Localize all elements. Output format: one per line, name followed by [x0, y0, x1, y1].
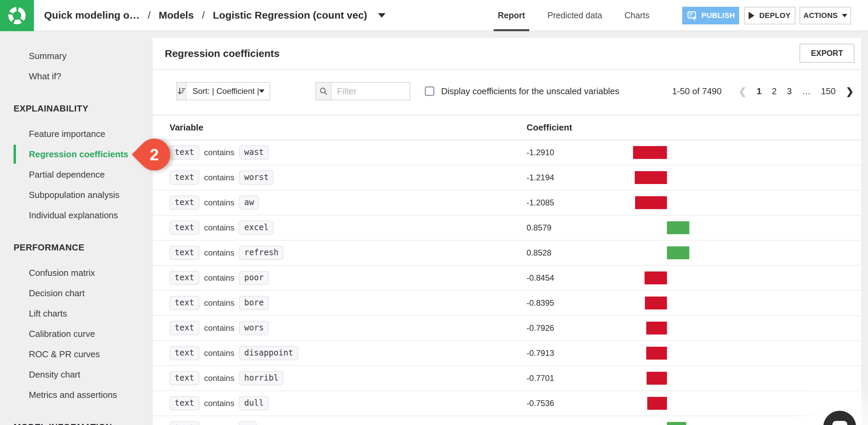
sidebar-item-metrics-and-assertions[interactable]: Metrics and assertions: [0, 385, 153, 405]
feature-chip: text: [170, 196, 199, 210]
filter-input[interactable]: [332, 83, 410, 100]
table-row: textcontainsaw-1.2085: [153, 190, 861, 216]
sort-desc-icon: [177, 83, 186, 100]
token-chip: worst: [239, 170, 274, 185]
breadcrumb: Quick modeling o…/Models/Logistic Regres…: [44, 0, 386, 31]
token-chip: wast: [239, 145, 269, 160]
negative-coefficient-bar: [645, 297, 667, 309]
variable-cell: textcontains: [170, 421, 257, 425]
chevron-right-icon[interactable]: ❯: [846, 86, 854, 97]
table-row: textcontainsdull-0.7536: [153, 391, 861, 416]
tab-charts[interactable]: Charts: [625, 0, 650, 31]
token-chip: excel: [239, 221, 274, 235]
token-chip: [239, 421, 257, 425]
sidebar-item-regression-coefficients[interactable]: Regression coefficients: [0, 144, 153, 164]
relation-text: contains: [204, 348, 234, 358]
sidebar-item-confusion-matrix[interactable]: Confusion matrix: [0, 263, 153, 283]
variable-cell: textcontainswors: [170, 321, 269, 335]
negative-coefficient-bar: [645, 271, 667, 284]
pagination-page-3[interactable]: 3: [787, 86, 792, 97]
table-row: textcontainsrefresh0.8528: [153, 241, 861, 266]
sidebar-item-roc-pr-curves[interactable]: ROC & PR curves: [0, 344, 153, 364]
pagination-ellipsis: …: [802, 86, 811, 97]
export-button[interactable]: EXPORT: [800, 44, 854, 63]
negative-coefficient-bar: [633, 146, 667, 159]
feature-chip: text: [170, 371, 199, 385]
positive-coefficient-bar: [667, 422, 686, 425]
negative-coefficient-bar: [635, 196, 667, 209]
feature-chip: text: [170, 396, 199, 410]
coefficient-value: -0.8395: [527, 298, 554, 308]
relation-text: contains: [204, 148, 234, 157]
variable-cell: textcontainsbore: [170, 296, 269, 310]
coefficient-value: -1.2194: [527, 173, 554, 182]
feature-chip: text: [170, 246, 199, 260]
model-switcher-caret-icon[interactable]: [378, 13, 386, 18]
app-logo[interactable]: [0, 0, 34, 31]
unscaled-checkbox-label: Display coefficients for the unscaled va…: [441, 86, 619, 97]
coefficient-value: -0.8454: [527, 273, 554, 283]
relation-text: contains: [204, 223, 234, 232]
pagination-page-1[interactable]: 1: [757, 86, 762, 97]
token-chip: refresh: [239, 246, 283, 260]
feature-chip: text: [170, 271, 199, 285]
panel-title-row: Regression coefficients EXPORT: [153, 38, 861, 70]
column-header-variable: Variable: [170, 122, 203, 133]
relation-text: contains: [204, 323, 234, 333]
pagination-page-150[interactable]: 150: [821, 86, 835, 97]
relation-text: contains: [204, 298, 234, 308]
column-header-coefficient: Coefficient: [527, 122, 572, 133]
pagination-page-2[interactable]: 2: [772, 86, 776, 97]
coefficient-value: -0.7536: [527, 399, 554, 408]
feature-chip: text: [170, 170, 199, 185]
unscaled-checkbox[interactable]: [425, 86, 434, 96]
coefficient-value: -0.7701: [527, 373, 554, 383]
sidebar-item-partial-dependence[interactable]: Partial dependence: [0, 164, 153, 185]
feature-chip: text: [170, 145, 199, 160]
caret-down-icon: [842, 14, 847, 17]
breadcrumb-item[interactable]: Models: [159, 9, 194, 21]
sidebar-item-decision-chart[interactable]: Decision chart: [0, 283, 153, 303]
variable-cell: textcontainsrefresh: [170, 246, 283, 260]
pagination-range: 1-50 of 7490: [672, 86, 722, 97]
sort-dropdown[interactable]: Sort: | Coefficient |: [176, 82, 270, 100]
relation-text: contains: [204, 198, 234, 207]
dashboard-add-icon: [687, 10, 697, 21]
sidebar-item-summary[interactable]: Summary: [0, 46, 153, 66]
table-row: textcontainspoor-0.8454: [153, 266, 861, 291]
sidebar-section-explainability: EXPLAINABILITY: [0, 98, 153, 119]
relation-text: contains: [204, 424, 234, 425]
sidebar-item-calibration-curve[interactable]: Calibration curve: [0, 324, 153, 344]
coefficient-value: -1.2085: [527, 198, 554, 207]
deploy-button[interactable]: DEPLOY: [744, 7, 795, 24]
negative-coefficient-bar: [647, 372, 667, 385]
top-header: Quick modeling o…/Models/Logistic Regres…: [0, 0, 868, 31]
sidebar-item-density-chart[interactable]: Density chart: [0, 364, 153, 385]
sort-selected-value: Sort: | Coefficient |: [193, 86, 259, 96]
tab-report[interactable]: Report: [498, 0, 525, 31]
sidebar-item-what-if-[interactable]: What if?: [0, 66, 153, 86]
page-title: Regression coefficients: [165, 48, 279, 59]
sidebar-item-feature-importance[interactable]: Feature importance: [0, 124, 153, 144]
negative-coefficient-bar: [635, 171, 667, 184]
relation-text: contains: [204, 273, 234, 283]
variable-cell: textcontainsdisappoint: [170, 346, 298, 360]
variable-cell: textcontainswast: [170, 145, 269, 160]
sidebar-item-subpopulation-analysis[interactable]: Subpopulation analysis: [0, 185, 153, 205]
token-chip: poor: [239, 271, 269, 285]
breadcrumb-item[interactable]: Quick modeling o…: [44, 9, 140, 21]
chevron-left-icon[interactable]: ❮: [738, 86, 746, 97]
report-panel: Regression coefficients EXPORT Sort: | C…: [153, 38, 861, 425]
unscaled-coefficients-toggle[interactable]: Display coefficients for the unscaled va…: [425, 82, 619, 100]
actions-button[interactable]: ACTIONS: [800, 7, 851, 24]
feature-chip: text: [170, 346, 199, 360]
table-row: textcontainshorribl-0.7701: [153, 366, 861, 391]
tab-predicted-data[interactable]: Predicted data: [548, 0, 602, 31]
publish-label: PUBLISH: [702, 11, 735, 20]
callout-badge-2: 2: [132, 132, 177, 177]
breadcrumb-item[interactable]: Logistic Regression (count vec): [213, 9, 367, 21]
sidebar-item-individual-explanations[interactable]: Individual explanations: [0, 205, 153, 225]
publish-button[interactable]: PUBLISH: [682, 7, 739, 24]
caret-down-icon: [259, 89, 264, 93]
sidebar-item-lift-charts[interactable]: Lift charts: [0, 303, 153, 324]
